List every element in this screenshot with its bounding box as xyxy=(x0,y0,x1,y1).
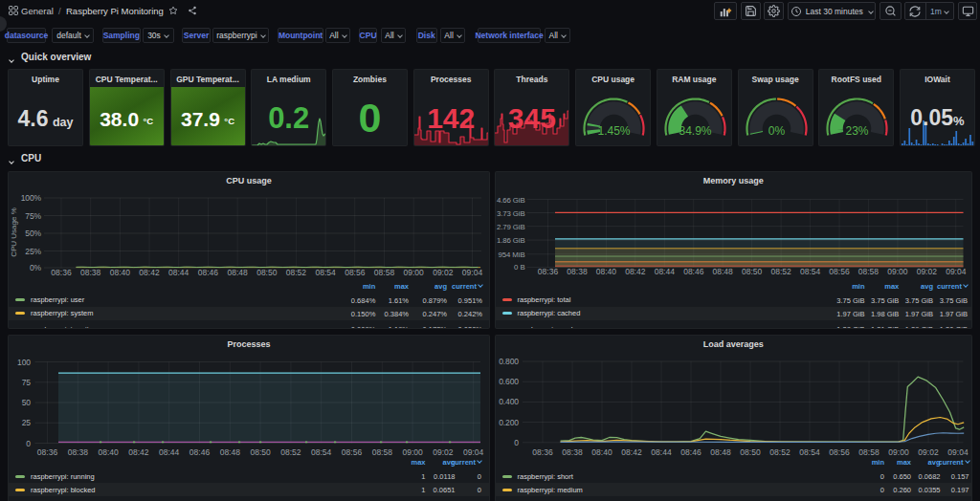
svg-text:08:56: 08:56 xyxy=(829,267,850,276)
svg-text:08:42: 08:42 xyxy=(128,447,149,457)
svg-text:08:36: 08:36 xyxy=(532,447,553,457)
svg-text:08:42: 08:42 xyxy=(139,268,160,277)
svg-text:08:36: 08:36 xyxy=(537,267,558,276)
svg-text:08:40: 08:40 xyxy=(98,447,119,457)
svg-text:08:52: 08:52 xyxy=(770,267,791,276)
svg-text:1.86 GiB: 1.86 GiB xyxy=(496,236,524,245)
svg-text:08:48: 08:48 xyxy=(710,447,731,457)
svg-text:50%: 50% xyxy=(25,229,41,238)
svg-text:4.66 GiB: 4.66 GiB xyxy=(496,196,524,205)
svg-text:08:54: 08:54 xyxy=(315,268,336,277)
svg-text:09:00: 09:00 xyxy=(404,268,425,277)
svg-text:09:04: 09:04 xyxy=(463,447,484,457)
svg-text:08:44: 08:44 xyxy=(168,268,189,277)
svg-text:08:42: 08:42 xyxy=(621,447,642,457)
svg-text:08:38: 08:38 xyxy=(562,447,583,457)
svg-text:75: 75 xyxy=(22,377,32,386)
svg-text:09:02: 09:02 xyxy=(916,267,937,276)
svg-text:CPU Usage %: CPU Usage % xyxy=(10,207,18,257)
svg-text:2.79 GiB: 2.79 GiB xyxy=(496,223,524,231)
svg-text:08:54: 08:54 xyxy=(799,267,820,276)
svg-text:08:40: 08:40 xyxy=(595,267,616,276)
svg-text:08:46: 08:46 xyxy=(680,447,702,457)
svg-text:08:58: 08:58 xyxy=(858,267,879,276)
svg-text:0.800: 0.800 xyxy=(499,357,519,366)
svg-text:08:38: 08:38 xyxy=(68,447,89,457)
svg-text:08:56: 08:56 xyxy=(342,447,363,457)
svg-text:08:50: 08:50 xyxy=(256,268,278,277)
svg-text:09:00: 09:00 xyxy=(402,447,423,457)
svg-text:08:48: 08:48 xyxy=(712,267,733,276)
svg-text:08:58: 08:58 xyxy=(374,268,395,277)
svg-text:0.400: 0.400 xyxy=(499,397,519,406)
svg-text:08:44: 08:44 xyxy=(159,447,180,457)
svg-text:0.200: 0.200 xyxy=(499,417,519,426)
svg-text:08:48: 08:48 xyxy=(220,447,241,457)
svg-text:08:42: 08:42 xyxy=(625,267,646,276)
svg-text:09:04: 09:04 xyxy=(947,447,969,457)
svg-text:25%: 25% xyxy=(25,247,41,256)
svg-text:08:36: 08:36 xyxy=(37,447,58,457)
svg-text:09:04: 09:04 xyxy=(462,268,483,277)
svg-text:09:00: 09:00 xyxy=(887,267,908,276)
svg-text:08:50: 08:50 xyxy=(250,447,271,457)
svg-text:23%: 23% xyxy=(846,124,869,138)
svg-text:08:56: 08:56 xyxy=(345,268,366,277)
svg-text:25: 25 xyxy=(22,418,32,427)
svg-text:08:48: 08:48 xyxy=(227,268,248,277)
svg-text:08:46: 08:46 xyxy=(189,447,211,457)
svg-text:08:50: 08:50 xyxy=(741,267,762,276)
svg-text:3.73 GiB: 3.73 GiB xyxy=(496,209,524,218)
svg-text:08:44: 08:44 xyxy=(654,267,675,276)
svg-text:08:40: 08:40 xyxy=(110,268,131,277)
svg-text:08:54: 08:54 xyxy=(799,447,820,457)
svg-text:0: 0 xyxy=(514,437,519,447)
svg-text:08:52: 08:52 xyxy=(280,447,301,457)
svg-text:08:38: 08:38 xyxy=(80,268,101,277)
svg-text:08:46: 08:46 xyxy=(198,268,219,277)
svg-text:09:02: 09:02 xyxy=(918,447,939,457)
svg-text:08:56: 08:56 xyxy=(829,447,850,457)
svg-text:08:36: 08:36 xyxy=(51,268,72,277)
svg-text:08:44: 08:44 xyxy=(651,447,672,457)
svg-text:1.45%: 1.45% xyxy=(598,124,631,138)
svg-text:08:50: 08:50 xyxy=(740,447,761,457)
svg-text:08:52: 08:52 xyxy=(769,447,791,457)
svg-text:08:58: 08:58 xyxy=(858,447,880,457)
svg-text:09:02: 09:02 xyxy=(433,447,454,457)
svg-text:0%: 0% xyxy=(30,263,42,272)
svg-text:954 MiB: 954 MiB xyxy=(498,250,524,259)
svg-text:0: 0 xyxy=(26,438,31,447)
svg-text:08:58: 08:58 xyxy=(372,447,393,457)
svg-text:08:40: 08:40 xyxy=(591,447,612,457)
svg-text:100: 100 xyxy=(17,357,31,366)
svg-text:34.9%: 34.9% xyxy=(679,124,711,138)
svg-text:08:46: 08:46 xyxy=(683,267,704,276)
svg-text:0 B: 0 B xyxy=(514,263,524,272)
svg-text:0%: 0% xyxy=(768,124,785,138)
svg-text:09:00: 09:00 xyxy=(888,447,909,457)
svg-text:50: 50 xyxy=(22,398,32,407)
svg-text:09:02: 09:02 xyxy=(433,268,454,277)
svg-text:08:38: 08:38 xyxy=(567,267,588,276)
svg-text:0.600: 0.600 xyxy=(499,377,519,386)
svg-text:09:04: 09:04 xyxy=(946,267,967,276)
svg-text:100%: 100% xyxy=(21,193,42,203)
svg-text:08:52: 08:52 xyxy=(286,268,307,277)
svg-text:75%: 75% xyxy=(25,211,41,221)
svg-text:08:54: 08:54 xyxy=(311,447,332,457)
